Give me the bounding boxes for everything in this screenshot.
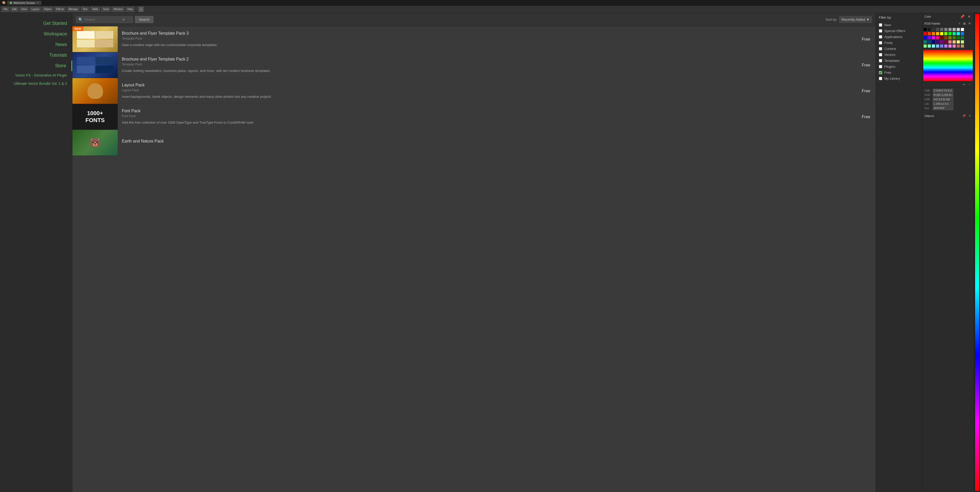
rgb-input[interactable] (933, 93, 953, 97)
lab-input[interactable] (933, 102, 953, 106)
palette-color-11[interactable] (928, 32, 931, 35)
palette-list-view-btn[interactable]: ≡ (958, 21, 961, 25)
search-button[interactable]: Search (135, 16, 153, 23)
palette-color-24[interactable] (940, 36, 943, 40)
palette-color-49[interactable] (961, 44, 964, 48)
palette-color-33[interactable] (936, 40, 939, 44)
palette-color-26[interactable] (948, 36, 952, 40)
toolbar-help[interactable]: Help (126, 7, 135, 12)
palette-color-42[interactable] (932, 44, 935, 48)
palette-color-40[interactable] (923, 44, 927, 48)
palette-color-47[interactable] (952, 44, 956, 48)
toolbar-view[interactable]: View (19, 7, 29, 12)
filter-checkbox-3[interactable] (879, 41, 882, 45)
filter-checkbox-7[interactable] (879, 65, 882, 68)
toolbar-text[interactable]: Text (81, 7, 89, 12)
palette-color-20[interactable] (923, 36, 927, 40)
filter-checkbox-6[interactable] (879, 59, 882, 62)
filter-item-applications[interactable]: Applications (879, 34, 919, 40)
tab-close-btn[interactable]: ✕ (37, 1, 39, 4)
toolbar-edit[interactable]: Edit (10, 7, 18, 12)
toolbar-effects[interactable]: Effects (54, 7, 66, 12)
toolbar-bitmaps[interactable]: Bitmaps (67, 7, 80, 12)
sidebar-item-workspace[interactable]: Workspace (0, 29, 72, 39)
palette-color-13[interactable] (936, 32, 939, 35)
sort-select[interactable]: Recently Added ▼ (839, 16, 872, 23)
filter-checkbox-2[interactable] (879, 35, 882, 38)
filter-checkbox-8[interactable] (879, 71, 882, 74)
palette-color-9[interactable] (961, 28, 964, 31)
filter-item-new[interactable]: New (879, 22, 919, 28)
palette-color-18[interactable] (956, 32, 960, 35)
toolbar-layout[interactable]: Layout (30, 7, 41, 12)
palette-color-25[interactable] (944, 36, 948, 40)
palette-color-35[interactable] (944, 40, 948, 44)
filter-item-plugins[interactable]: Plugins (879, 64, 919, 70)
filter-item-fonts[interactable]: Fonts (879, 40, 919, 46)
new-document-btn[interactable]: + (138, 7, 143, 12)
sidebar-item-store[interactable]: Store (0, 61, 72, 71)
list-item[interactable]: Layout PackLayout PackInsert backgrounds… (72, 78, 875, 104)
filter-checkbox-9[interactable] (879, 77, 882, 80)
sidebar-item-tutorials[interactable]: Tutorials (0, 50, 72, 61)
toolbar-tools[interactable]: Tools (101, 7, 111, 12)
palette-color-46[interactable] (948, 44, 952, 48)
filter-checkbox-1[interactable] (879, 29, 882, 33)
palette-color-21[interactable] (928, 36, 931, 40)
palette-color-32[interactable] (932, 40, 935, 44)
palette-color-15[interactable] (944, 32, 948, 35)
palette-color-6[interactable] (948, 28, 952, 31)
color-panel-close-btn[interactable]: ✕ (967, 14, 972, 19)
welcome-tab[interactable]: Welcome Screen ✕ (7, 1, 41, 5)
palette-color-23[interactable] (936, 36, 939, 40)
palette-color-34[interactable] (940, 40, 943, 44)
filter-checkbox-0[interactable] (879, 23, 882, 27)
palette-color-19[interactable] (961, 32, 964, 35)
edit-color-btn[interactable]: ✏ (962, 83, 966, 87)
palette-color-27[interactable] (952, 36, 956, 40)
color-gradient[interactable] (923, 50, 973, 81)
palette-color-1[interactable] (928, 28, 931, 31)
palette-color-29[interactable] (961, 36, 964, 40)
palette-color-8[interactable] (956, 28, 960, 31)
palette-color-17[interactable] (952, 32, 956, 35)
filter-item-special-offers[interactable]: Special Offers (879, 28, 919, 34)
objects-close-btn[interactable]: ✕ (967, 114, 972, 118)
palette-color-5[interactable] (944, 28, 948, 31)
palette-color-30[interactable] (923, 40, 927, 44)
palette-color-39[interactable] (961, 40, 964, 44)
filter-checkbox-4[interactable] (879, 47, 882, 51)
toolbar-file[interactable]: File (2, 7, 9, 12)
search-clear-btn[interactable]: ✕ (122, 18, 125, 21)
palette-color-7[interactable] (952, 28, 956, 31)
more-color-options-btn[interactable]: ⋯ (967, 83, 972, 87)
hex-input[interactable] (933, 106, 953, 110)
palette-color-22[interactable] (932, 36, 935, 40)
filter-item-content[interactable]: Content (879, 46, 919, 52)
list-item[interactable]: NEWBrochure and Flyer Template Pack 3Tem… (72, 26, 875, 52)
sidebar-item-news[interactable]: News (0, 39, 72, 50)
toolbar-object[interactable]: Object (42, 7, 53, 12)
filter-item-free[interactable]: Free (879, 70, 919, 76)
filter-item-vectors[interactable]: Vectors (879, 52, 919, 58)
filter-checkbox-5[interactable] (879, 53, 882, 56)
palette-color-4[interactable] (940, 28, 943, 31)
toolbar-window[interactable]: Window (112, 7, 125, 12)
palette-options-btn[interactable]: ⚙ (967, 21, 972, 25)
palette-color-31[interactable] (928, 40, 931, 44)
color-panel-pin-btn[interactable]: 📌 (959, 14, 966, 19)
sidebar-item-vector-bundle[interactable]: Ultimate Vector Bundle Vol. 1 & 2 (0, 80, 72, 88)
palette-grid-view-btn[interactable]: ▦ (962, 21, 967, 25)
palette-color-45[interactable] (944, 44, 948, 48)
filter-item-templates[interactable]: Templates (879, 58, 919, 64)
list-item[interactable]: 1000+FONTSFont PackFont PackAdd this fre… (72, 104, 875, 130)
palette-color-12[interactable] (932, 32, 935, 35)
palette-color-41[interactable] (928, 44, 931, 48)
palette-color-2[interactable] (932, 28, 935, 31)
color-strip[interactable] (975, 14, 979, 491)
hsb-input[interactable] (933, 97, 953, 101)
palette-color-3[interactable] (936, 28, 939, 31)
sidebar-item-vision-fx[interactable]: Vision FX - Generative AI Plugin (0, 71, 72, 80)
search-input[interactable] (84, 18, 121, 21)
sidebar-item-get-started[interactable]: Get Started (0, 18, 72, 29)
